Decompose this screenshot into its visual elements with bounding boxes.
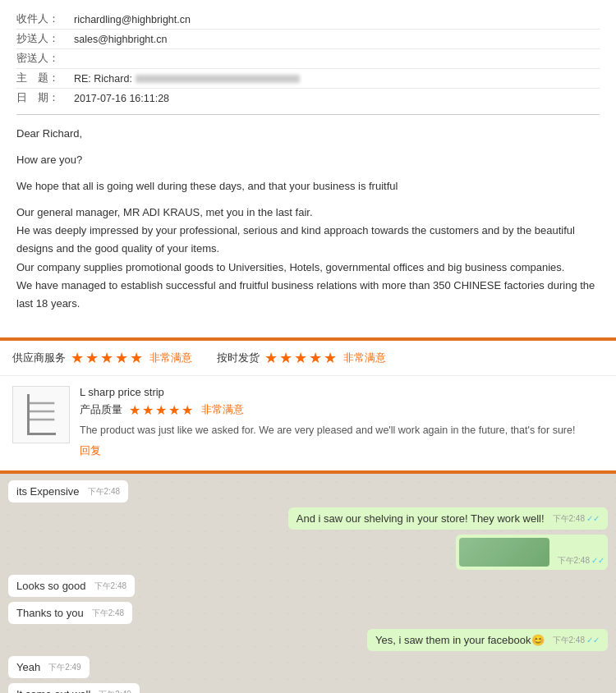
email-subject-row: 主 题： RE: Richard: [16,69,600,89]
image-checkmarks-icon: ✓✓ [591,556,605,565]
msg5-time: 下午2:49 [48,662,80,673]
msg1-text: And i saw our shelving in your store! Th… [297,512,545,525]
delivery-stars: ★★★★★ [264,349,338,367]
service-label: 供应商服务 [12,351,66,365]
image-bubble: 下午2:48 ✓✓ [456,535,608,570]
email-bcc-row: 密送人： [16,49,600,69]
review-text: The product was just like we asked for. … [80,423,604,438]
cc-label: 抄送人： [16,32,74,46]
para1: How are you? [16,151,600,169]
delivery-rating: 非常满意 [343,351,386,365]
subject-label: 主 题： [16,71,74,85]
email-header: 收件人： richardling@highbright.cn 抄送人： sale… [16,10,600,115]
msg1-time: 下午2:48 ✓✓ [553,513,600,525]
svg-rect-0 [27,394,30,435]
chat-bubble-truncated: its Expensive 下午2:48 [8,480,128,503]
service-review-item: 供应商服务 ★★★★★ 非常满意 [12,349,192,367]
review-card: L sharp price strip 产品质量 ★★★★★ 非常满意 The … [0,376,616,470]
msg2-text: Looks so good [16,580,86,592]
msg5-content: Yeah 下午2:49 [16,661,81,673]
email-section: 收件人： richardling@highbright.cn 抄送人： sale… [0,0,616,341]
chat-image [459,538,549,567]
email-date-row: 日 期： 2017-07-16 16:11:28 [16,89,600,108]
msg4-text: Yes, i saw them in your facebook😊 [375,634,545,646]
msg3-bubble: Thanks to you 下午2:48 [8,602,132,624]
chat-section: its Expensive 下午2:48 And i saw our shelv… [0,474,616,693]
msg6-text: It came out well [16,688,90,693]
image-wrapper: 下午2:48 ✓✓ [8,535,608,570]
review-content: L sharp price strip 产品质量 ★★★★★ 非常满意 The … [80,386,604,458]
quality-row: 产品质量 ★★★★★ 非常满意 [80,402,604,418]
review-header: 供应商服务 ★★★★★ 非常满意 按时发货 ★★★★★ 非常满意 [0,341,616,376]
msg3-content: Thanks to you 下午2:48 [16,607,124,619]
para3: Our general manager, MR ADI KRAUS, met y… [16,204,600,313]
service-rating: 非常满意 [149,351,192,365]
msg2-time: 下午2:48 [94,581,126,592]
msg4-bubble: Yes, i saw them in your facebook😊 下午2:48… [367,629,608,651]
svg-rect-1 [27,433,56,435]
cc-value: sales@highbright.cn [74,34,167,45]
review-section: 供应商服务 ★★★★★ 非常满意 按时发货 ★★★★★ 非常满意 L sharp… [0,341,616,474]
delivery-review-item: 按时发货 ★★★★★ 非常满意 [217,349,386,367]
date-label: 日 期： [16,91,74,105]
msg6-wrapper: It came out well 下午2:49 [8,683,608,693]
subject-prefix: RE: Richard: [74,73,132,85]
svg-rect-3 [30,411,54,412]
greeting: Dear Richard, [16,125,600,143]
msg2-bubble: Looks so good 下午2:48 [8,575,135,597]
msg4-wrapper: Yes, i saw them in your facebook😊 下午2:48… [8,629,608,651]
date-value: 2017-07-16 16:11:28 [74,93,169,104]
svg-rect-2 [30,402,54,404]
msg6-bubble: It came out well 下午2:49 [8,683,140,693]
product-name: L sharp price strip [80,386,604,398]
para2: We hope that all is going well during th… [16,177,600,195]
reply-button[interactable]: 回复 [80,443,604,458]
msg5-bubble: Yeah 下午2:49 [8,656,90,678]
product-svg [19,390,64,439]
email-cc-row: 抄送人： sales@highbright.cn [16,30,600,49]
to-value: richardling@highbright.cn [74,14,191,25]
msg4-time: 下午2:48 ✓✓ [553,635,600,646]
msg4-checkmarks-icon: ✓✓ [586,636,600,645]
msg3-time: 下午2:48 [92,608,124,619]
image-time: 下午2:48 ✓✓ [558,555,605,567]
email-to-row: 收件人： richardling@highbright.cn [16,10,600,30]
msg3-wrapper: Thanks to you 下午2:48 [8,602,608,624]
msg4-content: Yes, i saw them in your facebook😊 下午2:48… [375,634,600,646]
product-image [12,386,70,443]
to-label: 收件人： [16,12,74,26]
msg1-bubble: And i saw our shelving in your store! Th… [288,507,608,530]
chat-truncated-wrapper: its Expensive 下午2:48 [8,480,608,503]
msg1-wrapper: And i saw our shelving in your store! Th… [8,507,608,530]
checkmarks-icon: ✓✓ [586,514,600,523]
delivery-label: 按时发货 [217,351,260,365]
bcc-label: 密送人： [16,52,74,66]
msg2-wrapper: Looks so good 下午2:48 [8,575,608,597]
subject-blur [136,75,300,83]
svg-rect-4 [30,419,54,420]
msg2-content: Looks so good 下午2:48 [16,580,126,592]
msg3-text: Thanks to you [16,607,84,619]
quality-label: 产品质量 [80,402,122,417]
msg6-time: 下午2:49 [99,689,131,693]
email-body: Dear Richard, How are you? We hope that … [16,125,600,313]
msg1-content: And i saw our shelving in your store! Th… [297,512,600,525]
quality-stars: ★★★★★ [129,402,195,418]
service-stars: ★★★★★ [71,349,145,367]
bubble-content: its Expensive 下午2:48 [16,485,120,498]
truncated-text: its Expensive [16,485,80,498]
msg5-text: Yeah [16,661,40,673]
truncated-time: 下午2:48 [88,486,120,498]
msg5-wrapper: Yeah 下午2:49 [8,656,608,678]
quality-rating: 非常满意 [201,402,244,417]
msg6-content: It came out well 下午2:49 [16,688,131,693]
